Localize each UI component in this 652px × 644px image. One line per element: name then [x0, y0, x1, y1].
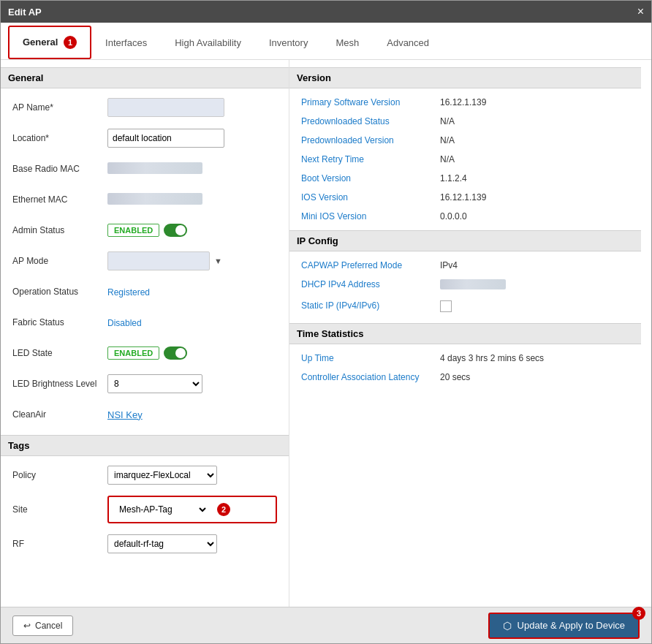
site-highlight: Mesh-AP-Tag 2	[107, 496, 277, 523]
rf-row: RF default-rf-tag	[12, 534, 277, 554]
dhcp-value	[440, 279, 506, 292]
nsi-key-link[interactable]: NSI Key	[107, 409, 143, 420]
led-brightness-row: LED Brightness Level 8	[12, 374, 277, 394]
fabric-status-label: Fabric Status	[12, 317, 107, 327]
policy-select[interactable]: imarquez-FlexLocal	[107, 466, 217, 485]
update-button-wrap: ⬡ Update & Apply to Device 3	[488, 613, 640, 639]
modal-header: Edit AP ×	[1, 1, 651, 23]
admin-status-value: ENABLED	[107, 224, 277, 237]
right-panel: Version Primary Software Version 16.12.1…	[289, 60, 641, 607]
capwap-label: CAPWAP Preferred Mode	[301, 260, 440, 270]
update-apply-button[interactable]: ⬡ Update & Apply to Device	[488, 613, 640, 639]
admin-status-label: Admin Status	[12, 225, 107, 235]
tab-interfaces[interactable]: Interfaces	[91, 28, 161, 58]
mini-ios-version-row: Mini IOS Version 0.0.0.0	[301, 211, 629, 221]
tab-general-badge: 1	[64, 36, 77, 49]
led-state-toggle[interactable]	[164, 346, 187, 360]
tab-high-availability[interactable]: High Availability	[161, 28, 255, 58]
primary-sw-row: Primary Software Version 16.12.1.139	[301, 97, 629, 107]
general-section-header: General	[1, 67, 289, 88]
tab-bar: General 1 Interfaces High Availability I…	[1, 23, 651, 60]
time-stats-section-header: Time Statistics	[289, 323, 641, 344]
edit-ap-modal: Edit AP × General 1 Interfaces High Avai…	[0, 0, 652, 644]
modal-close-button[interactable]: ×	[637, 5, 644, 18]
rf-value: default-rf-tag	[107, 534, 277, 553]
update-icon: ⬡	[503, 620, 512, 632]
base-radio-mac-row: Base Radio MAC	[12, 159, 277, 179]
location-row: Location*	[12, 128, 277, 148]
controller-assoc-value: 20 secs	[440, 372, 470, 382]
admin-status-toggle-label: ENABLED	[107, 224, 159, 237]
operation-status-row: Operation Status Registered	[12, 281, 277, 302]
left-panel: General AP Name* Location* Base Radio MA…	[1, 60, 289, 607]
predownloaded-version-row: Predownloaded Version N/A	[301, 135, 629, 145]
rf-select[interactable]: default-rf-tag	[107, 534, 217, 553]
location-value	[107, 129, 277, 148]
dhcp-row: DHCP IPv4 Address	[301, 279, 629, 292]
tags-section-header: Tags	[1, 435, 289, 456]
mini-ios-version-value: 0.0.0.0	[440, 211, 467, 221]
capwap-value: IPv4	[440, 260, 458, 270]
predownloaded-status-row: Predownloaded Status N/A	[301, 116, 629, 126]
admin-status-toggle[interactable]	[164, 224, 187, 237]
ap-mode-row: AP Mode ▼	[12, 251, 277, 271]
cleanair-nsi-key: NSI Key	[107, 409, 277, 420]
led-state-value: ENABLED	[107, 346, 277, 360]
uptime-label: Up Time	[301, 353, 440, 363]
tab-advanced[interactable]: Advanced	[373, 28, 443, 58]
admin-status-row: Admin Status ENABLED	[12, 220, 277, 240]
footer: ↩ Cancel ⬡ Update & Apply to Device 3	[1, 607, 651, 643]
policy-row: Policy imarquez-FlexLocal	[12, 465, 277, 485]
ethernet-mac-value	[107, 193, 277, 207]
static-ip-row: Static IP (IPv4/IPv6)	[301, 300, 629, 314]
ethernet-mac-row: Ethernet MAC	[12, 189, 277, 210]
predownloaded-status-value: N/A	[440, 116, 455, 126]
uptime-value: 4 days 3 hrs 2 mins 6 secs	[440, 353, 544, 363]
location-input[interactable]	[107, 129, 224, 148]
boot-version-value: 1.1.2.4	[440, 173, 467, 183]
tab-general[interactable]: General 1	[8, 26, 91, 59]
tab-mesh[interactable]: Mesh	[322, 28, 373, 58]
site-row: Site Mesh-AP-Tag 2	[12, 496, 277, 523]
content-area: General AP Name* Location* Base Radio MA…	[1, 60, 651, 607]
led-state-toggle-group: ENABLED	[107, 346, 277, 360]
led-brightness-label: LED Brightness Level	[12, 379, 107, 389]
controller-assoc-label: Controller Association Latency	[301, 372, 440, 382]
led-state-row: LED State ENABLED	[12, 343, 277, 363]
base-radio-mac-value	[107, 162, 277, 176]
static-ip-checkbox[interactable]	[440, 300, 452, 312]
operation-status-label: Operation Status	[12, 287, 107, 297]
dhcp-address-display	[440, 279, 506, 289]
site-select[interactable]: Mesh-AP-Tag	[113, 500, 208, 519]
boot-version-label: Boot Version	[301, 173, 440, 183]
mini-ios-version-label: Mini IOS Version	[301, 211, 440, 221]
ap-mode-label: AP Mode	[12, 256, 107, 266]
fabric-status-value: Disabled	[107, 317, 277, 328]
rf-label: RF	[12, 539, 107, 549]
static-ip-label: Static IP (IPv4/IPv6)	[301, 300, 440, 311]
primary-sw-value: 16.12.1.139	[440, 97, 486, 107]
cleanair-label: CleanAir	[12, 409, 107, 420]
led-brightness-value: 8	[107, 374, 277, 393]
base-radio-mac-display	[107, 162, 202, 174]
controller-assoc-row: Controller Association Latency 20 secs	[301, 372, 629, 382]
site-badge: 2	[217, 503, 230, 516]
ap-name-input[interactable]	[107, 98, 224, 117]
modal-title: Edit AP	[8, 7, 42, 18]
static-ip-value	[440, 300, 452, 314]
fabric-status-row: Fabric Status Disabled	[12, 312, 277, 333]
capwap-row: CAPWAP Preferred Mode IPv4	[301, 260, 629, 270]
next-retry-row: Next Retry Time N/A	[301, 154, 629, 164]
primary-sw-label: Primary Software Version	[301, 97, 440, 107]
cancel-button[interactable]: ↩ Cancel	[12, 615, 73, 636]
predownloaded-version-value: N/A	[440, 135, 455, 145]
fabric-status-text: Disabled	[107, 318, 142, 328]
predownloaded-version-label: Predownloaded Version	[301, 135, 440, 145]
site-label: Site	[12, 504, 107, 515]
boot-version-row: Boot Version 1.1.2.4	[301, 173, 629, 183]
led-brightness-select[interactable]: 8	[107, 374, 202, 393]
ios-version-value: 16.12.1.139	[440, 192, 486, 202]
tab-inventory[interactable]: Inventory	[255, 28, 322, 58]
version-section-header: Version	[289, 67, 641, 88]
led-state-toggle-label: ENABLED	[107, 346, 159, 360]
